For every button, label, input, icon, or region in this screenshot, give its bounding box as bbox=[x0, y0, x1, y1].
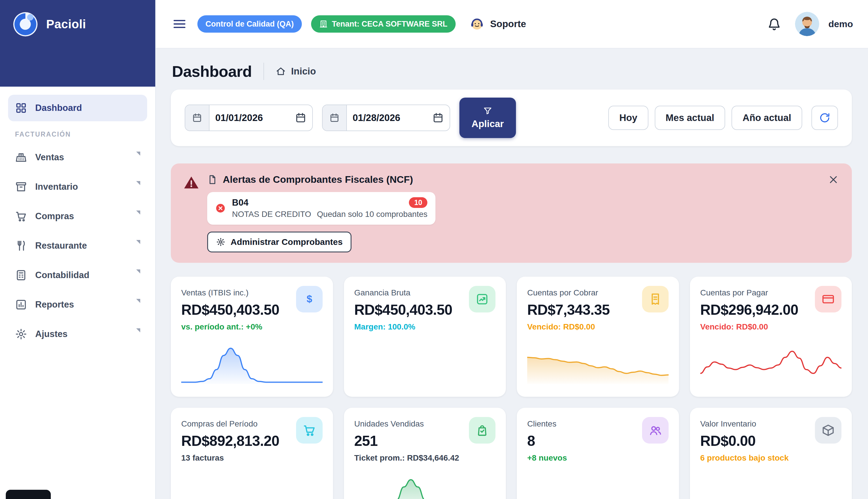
date-to-value: 01/28/2026 bbox=[347, 112, 432, 123]
quick-filter-hoy[interactable]: Hoy bbox=[608, 106, 648, 130]
breadcrumb-home-label: Inicio bbox=[291, 66, 316, 77]
kpi-grid: Ventas (ITBIS inc.) RD$450,403.50 vs. pe… bbox=[171, 277, 852, 499]
kpi-sparkline bbox=[527, 346, 669, 384]
kpi-value: RD$7,343.35 bbox=[527, 302, 610, 318]
manage-comprobantes-label: Administrar Comprobantes bbox=[230, 237, 342, 247]
ncf-count-badge: 10 bbox=[409, 197, 427, 208]
kpi-value: RD$450,403.50 bbox=[181, 302, 279, 318]
calendar-icon bbox=[185, 105, 210, 131]
topbar: Control de Calidad (QA) Tenant: CECA SOF… bbox=[156, 0, 868, 49]
chevron-icon bbox=[136, 151, 140, 156]
chevron-icon bbox=[136, 240, 140, 244]
support-link[interactable]: Soporte bbox=[469, 16, 526, 32]
calendar-picker-icon[interactable] bbox=[432, 112, 444, 124]
receipt-icon bbox=[642, 286, 669, 313]
alert-body: Alertas de Comprobantes Fiscales (NCF) B… bbox=[207, 174, 436, 252]
kpi-value: 251 bbox=[354, 433, 460, 449]
kpi-subtitle: Ticket prom.: RD$34,646.42 bbox=[354, 453, 460, 463]
sidebar-item-label: Inventario bbox=[35, 182, 78, 192]
kpi-value: 8 bbox=[527, 433, 567, 449]
quick-filter-mes-actual[interactable]: Mes actual bbox=[655, 106, 726, 130]
document-icon bbox=[207, 174, 217, 185]
breadcrumb[interactable]: Inicio bbox=[276, 66, 316, 77]
cart-icon bbox=[296, 417, 323, 443]
menu-button[interactable] bbox=[171, 15, 188, 33]
dollar-icon: $ bbox=[296, 286, 323, 313]
brand-name: Pacioli bbox=[46, 12, 86, 37]
refresh-button[interactable] bbox=[812, 106, 838, 130]
error-circle-icon bbox=[215, 203, 226, 214]
box-icon bbox=[815, 417, 841, 443]
users-icon bbox=[642, 417, 669, 443]
manage-comprobantes-button[interactable]: Administrar Comprobantes bbox=[207, 232, 351, 252]
sidebar-item-contabilidad[interactable]: Contabilidad bbox=[8, 262, 147, 289]
kpi-card-cuentas-por-cobrar: Cuentas por Cobrar RD$7,343.35 Vencido: … bbox=[517, 277, 679, 397]
kpi-title: Clientes bbox=[527, 419, 567, 428]
kpi-subtitle: +8 nuevos bbox=[527, 453, 567, 463]
kpi-sparkline bbox=[700, 477, 842, 499]
apply-button[interactable]: Aplicar bbox=[460, 98, 516, 138]
trending-icon bbox=[469, 286, 495, 313]
username[interactable]: demo bbox=[829, 19, 853, 29]
compras-icon bbox=[15, 210, 27, 222]
chevron-icon bbox=[136, 299, 140, 303]
chevron-icon bbox=[136, 181, 140, 185]
kpi-subtitle: 6 productos bajo stock bbox=[700, 453, 789, 463]
kpi-card-unidades-vendidas: Unidades Vendidas 251 Ticket prom.: RD$3… bbox=[344, 408, 506, 499]
sidebar-item-reportes[interactable]: Reportes bbox=[8, 291, 147, 318]
date-to-input[interactable]: 01/28/2026 bbox=[322, 105, 450, 131]
kpi-title: Cuentas por Pagar bbox=[700, 288, 798, 297]
kpi-subtitle: Vencido: RD$0.00 bbox=[700, 322, 798, 331]
kpi-subtitle: Vencido: RD$0.00 bbox=[527, 322, 610, 331]
support-icon bbox=[469, 16, 485, 32]
ncf-alert: Alertas de Comprobantes Fiscales (NCF) B… bbox=[171, 163, 852, 263]
kpi-subtitle: Margen: 100.0% bbox=[354, 322, 452, 331]
filter-bar: 01/01/2026 01/28/2026 Aplicar HoyMes act… bbox=[171, 89, 852, 146]
apply-label: Aplicar bbox=[471, 118, 504, 129]
kpi-value: RD$892,813.20 bbox=[181, 433, 279, 449]
warning-icon bbox=[184, 175, 199, 191]
sidebar-item-ajustes[interactable]: Ajustes bbox=[8, 321, 147, 348]
qa-badge: Control de Calidad (QA) bbox=[197, 15, 302, 33]
kpi-sparkline bbox=[354, 477, 496, 499]
main-column: Control de Calidad (QA) Tenant: CECA SOF… bbox=[156, 0, 868, 499]
chevron-icon bbox=[136, 328, 140, 332]
ncf-type: NOTAS DE CREDITO bbox=[232, 210, 311, 219]
sidebar-item-compras[interactable]: Compras bbox=[8, 203, 147, 230]
kpi-card-ventas-itbis-inc-: Ventas (ITBIS inc.) RD$450,403.50 vs. pe… bbox=[171, 277, 333, 397]
building-icon bbox=[319, 20, 328, 28]
kpi-card-valor-inventario: Valor Inventario RD$0.00 6 productos baj… bbox=[690, 408, 852, 499]
sidebar-item-dashboard[interactable]: Dashboard bbox=[8, 95, 147, 121]
kpi-title: Cuentas por Cobrar bbox=[527, 288, 610, 297]
sidebar-item-inventario[interactable]: Inventario bbox=[8, 173, 147, 200]
kpi-value: RD$450,403.50 bbox=[354, 302, 452, 318]
bag-icon bbox=[469, 417, 495, 443]
sidebar-item-label: Contabilidad bbox=[35, 270, 89, 280]
kpi-title: Valor Inventario bbox=[700, 419, 789, 428]
divider bbox=[263, 63, 264, 80]
user-avatar[interactable] bbox=[795, 12, 819, 36]
date-from-input[interactable]: 01/01/2026 bbox=[185, 105, 313, 131]
ajustes-icon bbox=[15, 328, 27, 340]
sidebar-item-label: Restaurante bbox=[35, 241, 87, 251]
page-title: Dashboard bbox=[172, 62, 252, 80]
notifications-bell-icon[interactable] bbox=[766, 16, 782, 32]
sidebar-item-label: Reportes bbox=[35, 300, 74, 310]
tenant-badge-label: Tenant: CECA SOFTWARE SRL bbox=[332, 20, 448, 28]
quick-filter-ano-actual[interactable]: Año actual bbox=[731, 106, 802, 130]
restaurante-icon bbox=[15, 240, 27, 252]
sidebar-item-ventas[interactable]: Ventas bbox=[8, 144, 147, 171]
gear-icon bbox=[216, 238, 225, 247]
sidebar-section-label: FACTURACIÓN bbox=[15, 131, 140, 138]
chevron-icon bbox=[136, 269, 140, 273]
close-alert-button[interactable] bbox=[827, 173, 840, 186]
page-content: Dashboard Inicio 01/01/2026 01/28/2026 bbox=[156, 49, 868, 499]
alert-item-card: B04 10 NOTAS DE CREDITO Quedan solo 10 c… bbox=[207, 192, 436, 225]
calendar-picker-icon[interactable] bbox=[295, 112, 306, 124]
chevron-icon bbox=[136, 210, 140, 215]
sidebar-header: Pacioli bbox=[0, 0, 155, 87]
bottom-left-pill bbox=[6, 490, 51, 499]
sidebar-item-restaurante[interactable]: Restaurante bbox=[8, 232, 147, 259]
inventario-icon bbox=[15, 181, 27, 193]
ncf-message: Quedan solo 10 comprobantes bbox=[317, 210, 427, 219]
